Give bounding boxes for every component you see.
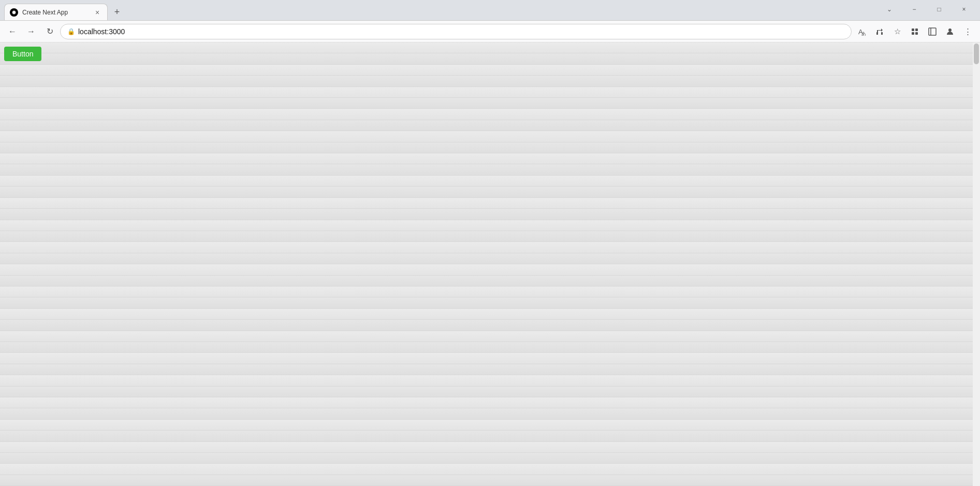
stripe-row [0,120,980,131]
share-button[interactable] [871,23,888,40]
stripe-row [0,242,980,253]
stripe-row [0,98,980,109]
svg-rect-4 [912,28,914,31]
stripe-row [0,131,980,142]
stripe-row [0,76,980,87]
stripe-row [0,420,980,431]
stripe-row [0,464,980,475]
svg-rect-3 [881,32,883,35]
stripe-row [0,276,980,287]
stripe-row [0,42,980,53]
stripe-row [0,297,980,308]
minimize-button[interactable]: − [902,2,926,17]
svg-text:あ: あ [861,31,866,36]
maximize-button[interactable]: □ [927,2,951,17]
stripe-row [0,53,980,64]
stripe-row [0,431,980,441]
tab-close-button[interactable]: × [93,8,102,17]
title-bar-right: ⌄ − □ × [877,2,976,17]
title-bar: Create Next App × + ⌄ − □ × [0,0,980,21]
address-bar[interactable]: 🔒 localhost:3000 [60,24,852,39]
stripe-row [0,220,980,231]
stripe-row [0,408,980,419]
browser-window: Create Next App × + ⌄ − □ × ← → ↻ 🔒 loca… [0,0,980,486]
stripe-row [0,353,980,364]
stripe-row [0,442,980,453]
stripe-row [0,320,980,331]
nav-right-icons: A あ ☆ [854,23,976,40]
favorites-button[interactable]: ☆ [889,23,905,40]
back-button[interactable]: ← [4,23,21,40]
svg-point-10 [948,28,952,32]
stripe-row [0,164,980,175]
stripe-row [0,198,980,209]
svg-rect-6 [912,32,914,35]
stripe-row [0,209,980,220]
profile-button[interactable] [942,23,958,40]
stripe-row [0,153,980,164]
stripe-row [0,331,980,342]
tab-strip: Create Next App × + [4,0,875,20]
stripe-row [0,87,980,98]
svg-rect-5 [915,28,918,31]
tab-favicon [10,8,18,17]
stripe-row [0,109,980,120]
lock-icon: 🔒 [67,27,75,36]
page-content: Button [0,42,980,486]
forward-button[interactable]: → [23,23,39,40]
stripe-row [0,231,980,242]
translate-button[interactable]: A あ [854,23,870,40]
menu-button[interactable]: ⋮ [959,23,976,40]
stripe-row [0,375,980,386]
stripe-row [0,187,980,197]
stripe-row [0,475,980,486]
dropdown-button[interactable]: ⌄ [877,2,901,17]
stripe-row [0,387,980,397]
stripe-row [0,253,980,264]
url-text: localhost:3000 [78,27,845,36]
close-button[interactable]: × [952,2,976,17]
stripe-row [0,453,980,464]
scrollbar-thumb[interactable] [974,44,979,64]
stripe-container [0,42,980,486]
stripe-row [0,65,980,76]
scrollbar[interactable] [973,42,980,486]
nav-bar: ← → ↻ 🔒 localhost:3000 A あ ☆ [0,21,980,42]
new-tab-button[interactable]: + [110,5,124,19]
tab-title: Create Next App [22,9,89,16]
stripe-row [0,397,980,408]
extensions-button[interactable] [906,23,923,40]
stripe-row [0,309,980,320]
svg-rect-8 [929,28,936,35]
favicon-inner [12,10,16,15]
stripe-row [0,342,980,353]
stripe-row [0,364,980,375]
stripe-row [0,287,980,297]
stripe-row [0,264,980,275]
active-tab[interactable]: Create Next App × [4,4,108,20]
svg-rect-2 [876,32,878,35]
page-button[interactable]: Button [4,47,41,61]
sidebar-button[interactable] [924,23,941,40]
stripe-row [0,142,980,153]
svg-rect-7 [915,32,918,35]
refresh-button[interactable]: ↻ [41,23,58,40]
stripe-row [0,176,980,187]
